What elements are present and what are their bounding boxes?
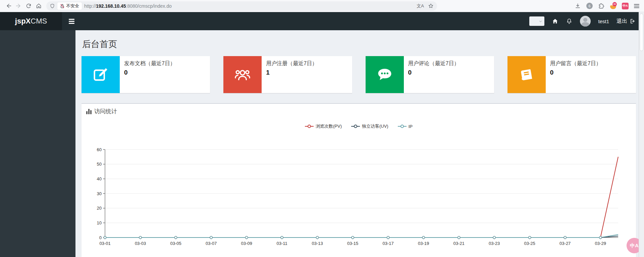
stat-card-documents: 发布文档（最近7日） 0 (82, 56, 210, 93)
svg-text:40: 40 (97, 176, 102, 181)
svg-text:20: 20 (97, 206, 102, 211)
page-title: 后台首页 (82, 38, 636, 50)
stat-label: 发布文档（最近7日） (124, 60, 175, 67)
scrollbar-thumb[interactable] (640, 13, 643, 51)
reload-icon[interactable] (23, 1, 34, 11)
svg-text:50: 50 (97, 162, 102, 167)
url-scheme: http:// (84, 3, 96, 9)
security-chip[interactable]: 不安全 (57, 2, 82, 10)
sidebar (0, 30, 75, 257)
shield-icon (50, 3, 55, 9)
stat-value: 1 (266, 69, 317, 76)
stat-card-registrations: 用户注册（最近7日） 1 (223, 56, 352, 93)
comment-icon (376, 66, 393, 83)
main-content: 后台首页 发布文档（最近7日） 0 (75, 30, 639, 257)
notifications-bell-icon[interactable] (566, 18, 573, 25)
users-icon (234, 66, 251, 83)
svg-text:03-21: 03-21 (453, 241, 465, 246)
svg-text:03-03: 03-03 (135, 241, 146, 246)
back-icon[interactable] (3, 1, 13, 11)
svg-text:03-25: 03-25 (524, 241, 535, 246)
url-host: 192.168.10.45 (96, 3, 126, 9)
visit-chart: 010203040506003-0103-0303-0503-0703-0903… (82, 104, 638, 257)
logout-button[interactable]: 退出 (616, 18, 635, 25)
svg-text:03-01: 03-01 (99, 241, 110, 246)
stat-cards: 发布文档（最近7日） 0 (82, 56, 636, 93)
translate-extension-icon[interactable]: 中A (622, 3, 629, 9)
logout-icon (629, 18, 635, 24)
browser-menu-icon[interactable] (634, 4, 639, 8)
username[interactable]: test1 (598, 18, 609, 24)
logo-light: CMS (31, 17, 47, 26)
extensions-puzzle-icon[interactable] (598, 3, 604, 9)
bookmark-star-icon[interactable] (428, 3, 434, 9)
address-bar[interactable]: 不安全 http://192.168.10.45:8080/cmscp/inde… (46, 1, 437, 11)
svg-text:03-19: 03-19 (418, 241, 429, 246)
svg-text:10: 10 (97, 220, 102, 225)
svg-text:0: 0 (99, 235, 102, 240)
screen: 不安全 http://192.168.10.45:8080/cmscp/inde… (0, 0, 644, 257)
stat-card-comments: 用户评论（最近7日） 0 (366, 56, 494, 93)
chevron-down-icon (539, 19, 542, 23)
site-select[interactable] (529, 16, 544, 26)
stat-label: 用户注册（最近7日） (266, 60, 317, 67)
stat-card-messages: 用户留言（最近7日） 0 (507, 56, 636, 93)
security-label: 不安全 (66, 3, 79, 9)
url-text: http://192.168.10.45:8080/cmscp/index.do (84, 3, 414, 9)
book-icon (518, 66, 535, 83)
broken-lock-icon (60, 4, 64, 8)
svg-text:03-15: 03-15 (347, 241, 358, 246)
browser-toolbar: 不安全 http://192.168.10.45:8080/cmscp/inde… (0, 0, 644, 12)
svg-text:03-23: 03-23 (489, 241, 500, 246)
svg-text:60: 60 (97, 147, 102, 152)
logout-label: 退出 (616, 18, 627, 25)
stat-label: 用户评论（最近7日） (408, 60, 460, 67)
notification-badge[interactable]: 6 (586, 3, 593, 9)
download-icon[interactable] (575, 3, 581, 9)
home-nav-icon[interactable] (552, 18, 558, 25)
svg-text:03-09: 03-09 (241, 241, 252, 246)
home-icon[interactable] (34, 1, 44, 11)
logo-bold: jspX (15, 17, 31, 26)
app-logo[interactable]: jspXCMS (0, 12, 62, 30)
svg-text:03-05: 03-05 (170, 241, 181, 246)
visit-stats-box: 访问统计 浏览次数(PV) 独立访客(UV) (82, 103, 636, 257)
stat-value: 0 (124, 69, 175, 76)
sidebar-toggle-icon[interactable] (67, 17, 76, 26)
svg-text:30: 30 (97, 191, 102, 196)
translate-page-icon[interactable]: 文A (417, 3, 424, 9)
svg-text:03-13: 03-13 (312, 241, 323, 246)
stat-value: 0 (550, 69, 601, 76)
stat-value: 0 (408, 69, 460, 76)
app-header: jspXCMS test1 退出 (0, 12, 644, 30)
page-scrollbar[interactable] (639, 12, 644, 257)
svg-text:03-11: 03-11 (276, 241, 287, 246)
svg-text:03-29: 03-29 (595, 241, 606, 246)
forward-icon[interactable] (13, 1, 23, 11)
url-rest: :8080/cmscp/index.do (126, 3, 172, 9)
svg-text:03-17: 03-17 (383, 241, 394, 246)
svg-text:03-07: 03-07 (206, 241, 217, 246)
stat-label: 用户留言（最近7日） (550, 60, 601, 67)
avatar[interactable] (580, 16, 591, 27)
svg-text:03-27: 03-27 (559, 241, 571, 246)
adblock-extension-icon[interactable] (610, 3, 616, 9)
edit-icon (92, 66, 109, 83)
